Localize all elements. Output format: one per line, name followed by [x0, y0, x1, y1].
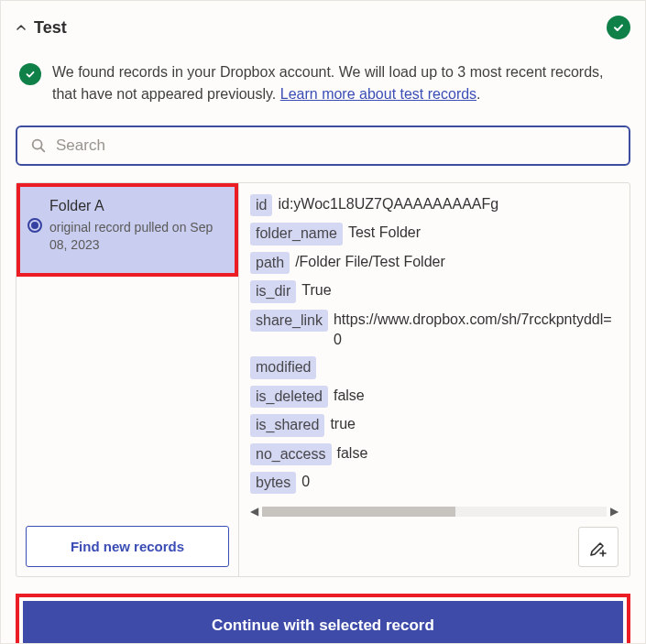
- detail-value: https://www.dropbox.com/sh/7rcckpntyddl=…: [334, 310, 619, 351]
- learn-more-link[interactable]: Learn more about test records: [280, 86, 476, 102]
- detail-row: folder_name Test Folder: [250, 223, 619, 245]
- detail-row: no_access false: [250, 443, 619, 465]
- section-title: Test: [34, 18, 67, 38]
- info-message: We found records in your Dropbox account…: [16, 61, 630, 105]
- record-item[interactable]: Folder A original record pulled on Sep 0…: [16, 183, 238, 277]
- detail-key: is_dir: [250, 280, 296, 302]
- chevron-up-icon: [16, 22, 27, 33]
- radio-selected-icon[interactable]: [27, 218, 42, 233]
- detail-row: bytes 0: [250, 472, 619, 494]
- detail-key: is_shared: [250, 414, 324, 436]
- info-text: We found records in your Dropbox account…: [52, 61, 627, 105]
- record-title: Folder A: [49, 198, 225, 214]
- svg-line-1: [41, 148, 45, 152]
- scroll-right-icon[interactable]: ▶: [610, 505, 619, 518]
- detail-row: is_shared true: [250, 414, 619, 436]
- detail-key: bytes: [250, 472, 296, 494]
- detail-key: folder_name: [250, 223, 343, 245]
- detail-row: share_link https://www.dropbox.com/sh/7r…: [250, 310, 619, 351]
- detail-row: is_dir True: [250, 280, 619, 302]
- continue-button[interactable]: Continue with selected record: [23, 601, 623, 644]
- pencil-plus-icon: [588, 537, 608, 557]
- section-header: Test: [16, 16, 630, 39]
- detail-value: false: [334, 386, 365, 406]
- detail-row: path /Folder File/Test Folder: [250, 252, 619, 274]
- detail-key: no_access: [250, 443, 332, 465]
- search-input[interactable]: [56, 136, 616, 155]
- detail-key: modified: [250, 356, 316, 378]
- detail-row: modified: [250, 356, 619, 378]
- status-success-icon: [607, 16, 630, 39]
- detail-row: id id:yWoc1L8UZ7QAAAAAAAAAFg: [250, 194, 619, 216]
- check-circle-icon: [19, 63, 41, 85]
- detail-value: true: [330, 414, 356, 434]
- record-details: id id:yWoc1L8UZ7QAAAAAAAAAFg folder_name…: [239, 183, 630, 576]
- header-left[interactable]: Test: [16, 18, 67, 38]
- detail-value: True: [301, 280, 331, 300]
- info-text-after: .: [476, 86, 480, 102]
- scroll-track[interactable]: [262, 507, 607, 517]
- scroll-thumb[interactable]: [262, 507, 455, 517]
- detail-key: share_link: [250, 310, 328, 332]
- detail-value: 0: [301, 472, 310, 492]
- detail-value: id:yWoc1L8UZ7QAAAAAAAAAFg: [278, 194, 498, 214]
- records-list: Folder A original record pulled on Sep 0…: [16, 183, 239, 576]
- detail-value: Test Folder: [348, 223, 421, 243]
- record-subtitle: original record pulled on Sep 08, 2023: [49, 219, 225, 254]
- search-box[interactable]: [16, 126, 630, 166]
- edit-button[interactable]: [578, 527, 619, 567]
- detail-key: path: [250, 252, 290, 274]
- detail-row: is_deleted false: [250, 386, 619, 408]
- detail-value: /Folder File/Test Folder: [295, 252, 445, 272]
- continue-highlight: Continue with selected record: [16, 594, 630, 644]
- detail-key: id: [250, 194, 272, 216]
- records-panel: Folder A original record pulled on Sep 0…: [16, 182, 630, 577]
- detail-key: is_deleted: [250, 386, 328, 408]
- search-icon: [30, 137, 47, 154]
- scroll-left-icon[interactable]: ◀: [250, 505, 258, 518]
- detail-value: false: [337, 443, 368, 464]
- find-new-records-button[interactable]: Find new records: [26, 526, 229, 567]
- horizontal-scrollbar[interactable]: ◀ ▶: [250, 505, 619, 518]
